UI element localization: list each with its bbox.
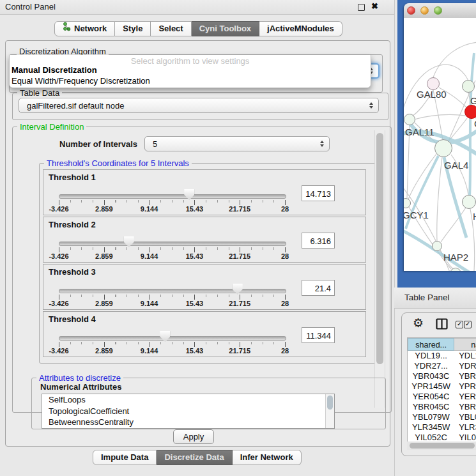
table-cell: YDR27... (408, 361, 454, 371)
table-cell: YLR3 (454, 422, 476, 433)
slider-tick-label: 2.859 (95, 252, 113, 260)
number-of-intervals-combo[interactable]: 5 (144, 136, 330, 151)
table-hscrollbar-track[interactable] (407, 441, 476, 450)
table-panel: ⚙ ✓ ✓ shared... na YDL19...YDL1YDR27...Y… (401, 312, 476, 456)
network-node[interactable] (404, 114, 415, 125)
table-cell: YPR145W (408, 381, 454, 392)
network-node[interactable] (427, 77, 440, 90)
slider-tick-label: 21.715 (229, 347, 250, 355)
network-node-label: HAP2 (443, 252, 468, 263)
tab-impute-data[interactable]: Impute Data (93, 450, 157, 465)
table-cell: YDR2 (454, 361, 476, 371)
tab-cyni-toolbox[interactable]: Cyni Toolbox (192, 21, 259, 36)
zoom-traffic-light[interactable] (434, 6, 442, 15)
tab-network[interactable]: Network (54, 21, 115, 36)
gear-icon[interactable]: ⚙ (413, 317, 424, 329)
table-hscrollbar-thumb[interactable] (410, 443, 475, 449)
network-view-frame: GAL80GACGAL11GAL4GCY1HHAP2 (397, 0, 476, 288)
attribute-item[interactable]: TopologicalCoefficient (42, 406, 334, 417)
slider-tick-label: 2.859 (95, 300, 113, 307)
attribute-item[interactable]: SelfLoops (42, 394, 334, 406)
threshold-slider-track[interactable] (59, 336, 286, 341)
node-table: shared... na YDL19...YDL1YDR27...YDR2YBR… (407, 337, 476, 442)
table-row[interactable]: YLR345WYLR3 (408, 422, 476, 433)
network-node[interactable] (432, 241, 442, 251)
minimize-traffic-light[interactable] (420, 6, 429, 15)
column-header-name[interactable]: na (454, 338, 476, 351)
apply-button[interactable]: Apply (173, 429, 214, 444)
table-cell: YLR345W (408, 422, 454, 433)
table-row[interactable]: YER054CYER0 (408, 392, 476, 402)
attributes-scrollbar-track[interactable] (325, 394, 334, 428)
dropdown-item-equal-width-frequency[interactable]: Equal Width/Frequency Discretization (12, 76, 150, 86)
bottom-tab-bar: Impute Data Discretize Data Infer Networ… (93, 450, 302, 465)
table-row[interactable]: YDL19...YDL1 (408, 351, 476, 361)
tab-style[interactable]: Style (115, 21, 151, 36)
slider-tick-label: -3.426 (49, 205, 68, 213)
network-node[interactable] (462, 195, 476, 209)
table-row[interactable]: YBL079WYBL0 (408, 412, 476, 422)
numerical-attributes-list[interactable]: SelfLoopsTopologicalCoefficientBetweenne… (42, 394, 335, 429)
table-row[interactable]: YPR145WYPR1 (408, 381, 476, 392)
network-window-titlebar[interactable] (404, 3, 476, 19)
number-of-intervals-value: 5 (153, 139, 157, 149)
dropdown-item-manual-discretization[interactable]: Manual Discretization (12, 65, 97, 75)
tab-infer-network[interactable]: Infer Network (233, 450, 302, 465)
table-row[interactable]: YIL052CYIL0 (408, 433, 476, 442)
checkbox-icon[interactable]: ✓ (464, 321, 472, 328)
network-node[interactable] (462, 80, 475, 93)
algorithm-dropdown-popup: Select algorithm to view settings Manual… (9, 55, 371, 88)
network-node[interactable] (464, 105, 476, 119)
threshold-slider-track[interactable] (59, 194, 286, 199)
slider-tick-label: 28 (281, 300, 289, 307)
network-node[interactable] (434, 139, 452, 157)
tab-jactivemnodules[interactable]: jActiveMNodules (259, 21, 342, 36)
interval-scrollbar-thumb[interactable] (376, 133, 383, 364)
slider-ticks (59, 342, 286, 347)
threshold-value-field[interactable]: 21.4 (302, 280, 335, 296)
slider-tick-label: 15.43 (186, 300, 204, 307)
checkbox-icon[interactable]: ✓ (456, 321, 463, 328)
slider-tick-labels: -3.4262.8599.14415.4321.71528 (59, 347, 285, 355)
threshold-value-field[interactable]: 11.344 (302, 327, 335, 343)
slider-tick-label: 9.144 (141, 347, 158, 355)
slider-tick-labels: -3.4262.8599.14415.4321.71528 (59, 205, 285, 213)
slider-ticks (59, 295, 286, 300)
threshold-value-field[interactable]: 14.713 (302, 185, 335, 201)
network-node[interactable] (450, 268, 461, 271)
split-columns-icon[interactable] (436, 318, 448, 332)
threshold-slider-track[interactable] (59, 242, 286, 246)
tab-select[interactable]: Select (151, 21, 191, 36)
network-node[interactable] (404, 198, 411, 208)
threshold-4-panel: Threshold 4 -3.4262.8599.14415.4321.7152… (43, 311, 366, 357)
tab-label: Cyni Toolbox (199, 22, 251, 36)
control-panel-titlebar: Control Panel ✖ (0, 0, 394, 15)
attributes-scrollbar-thumb[interactable] (327, 395, 333, 410)
network-node-label: GAL11 (405, 127, 434, 137)
tab-discretize-data[interactable]: Discretize Data (157, 450, 232, 465)
interval-scrollbar-track[interactable] (374, 130, 385, 408)
slider-tick-label: -3.426 (49, 347, 68, 355)
tab-label: Infer Network (240, 450, 293, 464)
table-panel-header: Table Panel (394, 288, 476, 309)
combo-arrows-icon (369, 102, 373, 109)
number-of-intervals-label: Number of Intervals (57, 139, 140, 149)
slider-tick-label: 15.43 (186, 205, 204, 213)
network-tab-icon (63, 22, 71, 36)
slider-tick-label: 15.43 (186, 252, 204, 260)
column-header-shared-name[interactable]: shared... (408, 338, 454, 351)
threshold-value-field[interactable]: 6.316 (302, 233, 335, 249)
table-row[interactable]: YBR043CYBR0 (408, 371, 476, 381)
attribute-item[interactable]: BetweennessCentrality (42, 417, 334, 428)
table-row[interactable]: YBR045CYBR0 (408, 402, 476, 412)
table-data-combo[interactable]: galFiltered.sif default node (19, 98, 379, 113)
slider-tick-label: 9.144 (141, 205, 158, 213)
threshold-slider-track[interactable] (59, 289, 286, 293)
close-traffic-light[interactable] (407, 6, 415, 15)
tab-label: Network (74, 22, 107, 36)
close-icon[interactable]: ✖ (371, 1, 378, 11)
tab-label: Style (123, 22, 142, 36)
network-canvas[interactable]: GAL80GACGAL11GAL4GCY1HHAP2 (404, 18, 476, 271)
table-row[interactable]: YDR27...YDR2 (408, 361, 476, 371)
float-window-icon[interactable] (358, 4, 365, 11)
